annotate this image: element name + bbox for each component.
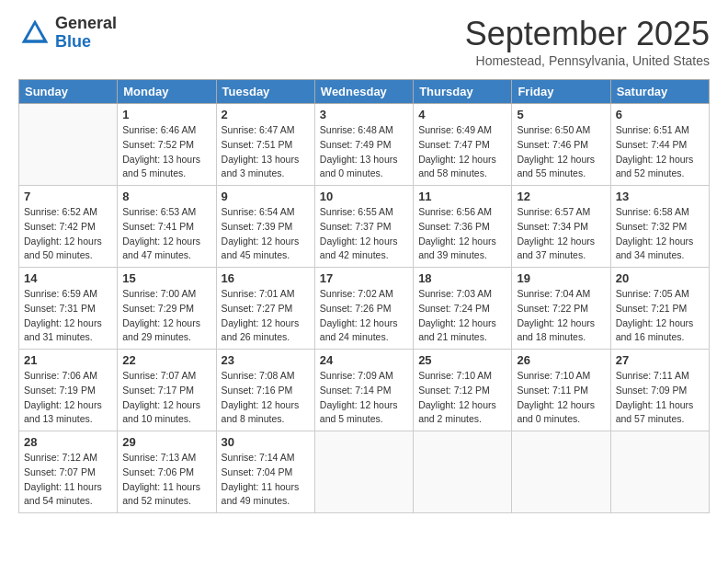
title-block: September 2025 Homestead, Pennsylvania, …: [465, 15, 710, 68]
day-number: 10: [320, 190, 408, 203]
location-subtitle: Homestead, Pennsylvania, United States: [465, 53, 710, 68]
day-info: Sunrise: 6:57 AMSunset: 7:34 PMDaylight:…: [517, 205, 605, 263]
header-friday: Friday: [512, 80, 610, 104]
day-info: Sunrise: 7:04 AMSunset: 7:22 PMDaylight:…: [517, 287, 605, 345]
day-number: 7: [24, 190, 112, 203]
calendar-cell: 18Sunrise: 7:03 AMSunset: 7:24 PMDayligh…: [414, 268, 512, 350]
day-number: 18: [418, 271, 506, 285]
day-info: Sunrise: 6:53 AMSunset: 7:41 PMDaylight:…: [122, 205, 210, 263]
day-number: 5: [517, 108, 605, 121]
day-info: Sunrise: 6:47 AMSunset: 7:51 PMDaylight:…: [222, 123, 310, 181]
calendar-cell: 22Sunrise: 7:07 AMSunset: 7:17 PMDayligh…: [118, 350, 216, 431]
day-info: Sunrise: 6:51 AMSunset: 7:44 PMDaylight:…: [616, 123, 704, 181]
day-number: 28: [24, 435, 112, 449]
calendar-cell: 26Sunrise: 7:10 AMSunset: 7:11 PMDayligh…: [512, 350, 610, 431]
month-title: September 2025: [465, 15, 710, 53]
calendar-cell: 4Sunrise: 6:49 AMSunset: 7:47 PMDaylight…: [414, 104, 512, 186]
calendar-header-row: SundayMondayTuesdayWednesdayThursdayFrid…: [19, 80, 710, 104]
day-info: Sunrise: 7:13 AMSunset: 7:06 PMDaylight:…: [122, 451, 210, 509]
day-info: Sunrise: 6:55 AMSunset: 7:37 PMDaylight:…: [320, 205, 408, 263]
day-info: Sunrise: 7:10 AMSunset: 7:11 PMDaylight:…: [517, 369, 605, 427]
day-info: Sunrise: 7:00 AMSunset: 7:29 PMDaylight:…: [122, 287, 210, 345]
day-info: Sunrise: 6:54 AMSunset: 7:39 PMDaylight:…: [222, 205, 310, 263]
day-info: Sunrise: 7:12 AMSunset: 7:07 PMDaylight:…: [24, 451, 112, 509]
day-number: 1: [122, 108, 210, 121]
day-info: Sunrise: 6:56 AMSunset: 7:36 PMDaylight:…: [418, 205, 506, 263]
day-number: 15: [122, 271, 210, 285]
day-number: 23: [222, 353, 310, 367]
day-info: Sunrise: 7:09 AMSunset: 7:14 PMDaylight:…: [320, 369, 408, 427]
day-number: 4: [418, 108, 506, 121]
calendar-cell: [610, 431, 709, 513]
calendar-cell: [414, 431, 512, 513]
day-number: 8: [122, 190, 210, 203]
logo-text: General Blue: [55, 15, 117, 52]
day-number: 20: [616, 271, 704, 285]
day-number: 6: [616, 108, 704, 121]
calendar-cell: 30Sunrise: 7:14 AMSunset: 7:04 PMDayligh…: [216, 431, 314, 513]
logo-icon: [18, 17, 51, 50]
day-number: 27: [616, 353, 704, 367]
calendar-cell: 23Sunrise: 7:08 AMSunset: 7:16 PMDayligh…: [216, 350, 314, 431]
calendar-cell: 15Sunrise: 7:00 AMSunset: 7:29 PMDayligh…: [118, 268, 216, 350]
day-info: Sunrise: 7:02 AMSunset: 7:26 PMDaylight:…: [320, 287, 408, 345]
day-info: Sunrise: 6:49 AMSunset: 7:47 PMDaylight:…: [418, 123, 506, 181]
day-number: 30: [222, 435, 310, 449]
day-number: 11: [418, 190, 506, 203]
header-monday: Monday: [118, 80, 216, 104]
calendar-cell: 29Sunrise: 7:13 AMSunset: 7:06 PMDayligh…: [118, 431, 216, 513]
day-info: Sunrise: 7:14 AMSunset: 7:04 PMDaylight:…: [222, 451, 310, 509]
day-number: 22: [122, 353, 210, 367]
day-info: Sunrise: 7:03 AMSunset: 7:24 PMDaylight:…: [418, 287, 506, 345]
calendar-cell: 19Sunrise: 7:04 AMSunset: 7:22 PMDayligh…: [512, 268, 610, 350]
calendar-table: SundayMondayTuesdayWednesdayThursdayFrid…: [18, 79, 710, 513]
logo-general: General: [55, 15, 117, 33]
page-header: General Blue September 2025 Homestead, P…: [18, 15, 710, 68]
day-number: 21: [24, 353, 112, 367]
day-info: Sunrise: 6:58 AMSunset: 7:32 PMDaylight:…: [616, 205, 704, 263]
day-info: Sunrise: 7:01 AMSunset: 7:27 PMDaylight:…: [222, 287, 310, 345]
header-wednesday: Wednesday: [314, 80, 413, 104]
header-saturday: Saturday: [610, 80, 709, 104]
calendar-cell: 21Sunrise: 7:06 AMSunset: 7:19 PMDayligh…: [19, 350, 118, 431]
calendar-cell: 27Sunrise: 7:11 AMSunset: 7:09 PMDayligh…: [610, 350, 709, 431]
calendar-cell: 5Sunrise: 6:50 AMSunset: 7:46 PMDaylight…: [512, 104, 610, 186]
logo: General Blue: [18, 15, 117, 52]
day-number: 16: [222, 271, 310, 285]
calendar-cell: 3Sunrise: 6:48 AMSunset: 7:49 PMDaylight…: [314, 104, 413, 186]
calendar-cell: 16Sunrise: 7:01 AMSunset: 7:27 PMDayligh…: [216, 268, 314, 350]
header-tuesday: Tuesday: [216, 80, 314, 104]
day-info: Sunrise: 7:08 AMSunset: 7:16 PMDaylight:…: [222, 369, 310, 427]
day-info: Sunrise: 7:06 AMSunset: 7:19 PMDaylight:…: [24, 369, 112, 427]
calendar-cell: 9Sunrise: 6:54 AMSunset: 7:39 PMDaylight…: [216, 186, 314, 268]
calendar-cell: [314, 431, 413, 513]
calendar-week-5: 28Sunrise: 7:12 AMSunset: 7:07 PMDayligh…: [19, 431, 710, 513]
calendar-week-3: 14Sunrise: 6:59 AMSunset: 7:31 PMDayligh…: [19, 268, 710, 350]
day-number: 17: [320, 271, 408, 285]
day-info: Sunrise: 7:11 AMSunset: 7:09 PMDaylight:…: [616, 369, 704, 427]
logo-blue: Blue: [55, 33, 117, 52]
calendar-week-2: 7Sunrise: 6:52 AMSunset: 7:42 PMDaylight…: [19, 186, 710, 268]
calendar-cell: 14Sunrise: 6:59 AMSunset: 7:31 PMDayligh…: [19, 268, 118, 350]
calendar-cell: 1Sunrise: 6:46 AMSunset: 7:52 PMDaylight…: [118, 104, 216, 186]
day-number: 24: [320, 353, 408, 367]
day-number: 26: [517, 353, 605, 367]
day-number: 29: [122, 435, 210, 449]
day-info: Sunrise: 6:48 AMSunset: 7:49 PMDaylight:…: [320, 123, 408, 181]
calendar-cell: 2Sunrise: 6:47 AMSunset: 7:51 PMDaylight…: [216, 104, 314, 186]
day-number: 19: [517, 271, 605, 285]
calendar-cell: [19, 104, 118, 186]
calendar-cell: 6Sunrise: 6:51 AMSunset: 7:44 PMDaylight…: [610, 104, 709, 186]
day-info: Sunrise: 6:50 AMSunset: 7:46 PMDaylight:…: [517, 123, 605, 181]
day-info: Sunrise: 7:05 AMSunset: 7:21 PMDaylight:…: [616, 287, 704, 345]
calendar-cell: 12Sunrise: 6:57 AMSunset: 7:34 PMDayligh…: [512, 186, 610, 268]
day-number: 25: [418, 353, 506, 367]
calendar-cell: 28Sunrise: 7:12 AMSunset: 7:07 PMDayligh…: [19, 431, 118, 513]
calendar-cell: 10Sunrise: 6:55 AMSunset: 7:37 PMDayligh…: [314, 186, 413, 268]
calendar-cell: 11Sunrise: 6:56 AMSunset: 7:36 PMDayligh…: [414, 186, 512, 268]
day-number: 2: [222, 108, 310, 121]
day-number: 3: [320, 108, 408, 121]
day-info: Sunrise: 6:46 AMSunset: 7:52 PMDaylight:…: [122, 123, 210, 181]
calendar-cell: 7Sunrise: 6:52 AMSunset: 7:42 PMDaylight…: [19, 186, 118, 268]
calendar-cell: 17Sunrise: 7:02 AMSunset: 7:26 PMDayligh…: [314, 268, 413, 350]
